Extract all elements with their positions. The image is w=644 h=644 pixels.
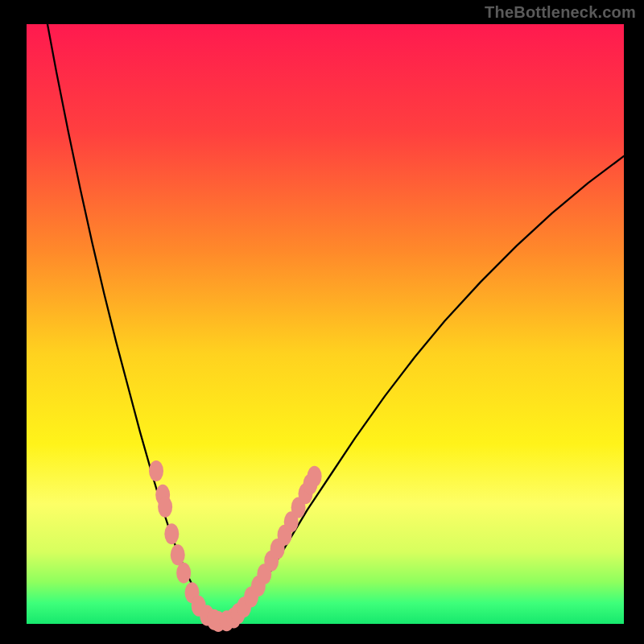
data-marker [158,497,172,518]
bottleneck-chart [0,0,644,644]
data-marker [176,563,191,584]
data-marker [171,544,185,565]
data-marker [308,466,322,487]
chart-frame: TheBottleneck.com [0,0,644,644]
data-marker [149,460,163,481]
plot-background [27,24,624,624]
data-marker [164,523,179,544]
